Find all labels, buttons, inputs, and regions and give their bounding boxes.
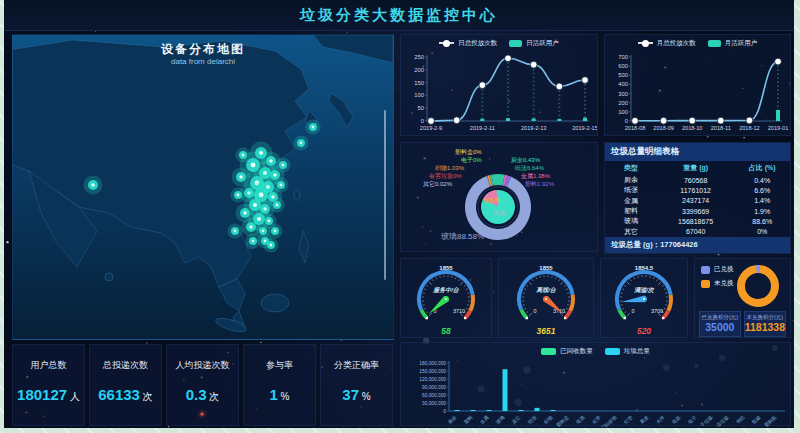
kpi-value: 180127 人	[13, 386, 84, 404]
svg-text:厨余: 厨余	[446, 415, 458, 427]
waste-detail-table-panel: 垃圾总量明细表格 类型重量 (g)占比 (%) 厨余7605680.4%纸张11…	[604, 142, 791, 254]
svg-text:瓶罐: 瓶罐	[750, 414, 762, 426]
gauge-overflow-canvas: 1854.5满溢/次03709520	[601, 259, 687, 337]
svg-text:电子: 电子	[687, 415, 698, 426]
svg-text:金属类: 金属类	[482, 197, 500, 204]
map-scrollbar[interactable]	[384, 110, 386, 280]
svg-text:0: 0	[421, 118, 424, 124]
table-cell: 760568	[657, 177, 735, 184]
table-row: 玻璃15681867588.6%	[605, 216, 790, 226]
svg-text:玻璃: 玻璃	[493, 209, 505, 216]
gauge-in-service-canvas: 1855服务中/台0371058	[401, 259, 491, 337]
table-cell: 玻璃	[605, 216, 657, 226]
svg-text:纸张: 纸张	[527, 415, 538, 426]
pie-label-塑料: 塑料1.92%	[525, 180, 554, 189]
svg-text:250: 250	[414, 54, 424, 60]
svg-text:2018-09: 2018-09	[653, 125, 674, 131]
table-header-cell: 重量 (g)	[657, 163, 735, 173]
svg-text:织物: 织物	[542, 414, 554, 426]
svg-text:1854.5: 1854.5	[635, 265, 654, 271]
daily-legend-item-0[interactable]: 日总投放次数	[439, 39, 497, 48]
points-exchange-panel: 已兑换未兑换 已兑换积分(元)35000未兑换积分(元)1181338	[694, 258, 791, 338]
swatch-icon	[605, 348, 620, 355]
svg-text:150: 150	[414, 80, 424, 86]
bar-legend-item-0[interactable]: 已回收数量	[541, 347, 593, 356]
svg-text:满溢/次: 满溢/次	[633, 286, 655, 294]
svg-text:3651: 3651	[537, 326, 556, 336]
gauge-offline-canvas: 1855离线/台037103651	[499, 259, 593, 337]
exchange-legend-item-0[interactable]: 已兑换	[701, 265, 734, 274]
map-subtitle: data from delarchi	[13, 57, 393, 66]
table-row: 金属24371741.4%	[605, 196, 790, 206]
svg-text:30,000,000: 30,000,000	[422, 401, 446, 406]
svg-text:1855: 1855	[439, 265, 453, 271]
svg-text:大件: 大件	[655, 415, 666, 425]
bar-玻璃	[503, 369, 508, 411]
svg-text:湿垃圾: 湿垃圾	[714, 414, 730, 427]
legend-label: 月活跃用户	[725, 39, 758, 48]
table-cell: 1.4%	[734, 197, 790, 204]
svg-text:120,000,000: 120,000,000	[419, 377, 446, 382]
svg-text:玻璃: 玻璃	[494, 414, 505, 425]
svg-text:100: 100	[414, 92, 424, 98]
legend-label: 已回收数量	[560, 347, 593, 356]
svg-text:50: 50	[418, 105, 424, 111]
table-cell: 2437174	[657, 197, 735, 204]
kpi-label: 参与率	[244, 359, 315, 372]
daily-legend-item-1[interactable]: 日活跃用户	[509, 39, 559, 48]
kpi-card-0: 用户总数180127 人	[12, 344, 85, 426]
table-cell: 3399669	[657, 208, 735, 215]
kpi-value: 66133 次	[90, 386, 161, 404]
svg-text:干垃圾: 干垃圾	[699, 414, 714, 427]
kpi-label: 分类正确率	[321, 359, 392, 372]
svg-text:2018-10: 2018-10	[682, 125, 703, 131]
table-row: 塑料33996691.9%	[605, 206, 790, 216]
exchange-legend-item-1[interactable]: 未兑换	[701, 279, 734, 288]
device-cluster-dot	[305, 119, 320, 134]
svg-text:化学: 化学	[591, 415, 602, 426]
device-cluster-dot	[232, 168, 251, 187]
table-row: 厨余7605680.4%	[605, 175, 790, 185]
svg-text:书纸: 书纸	[735, 415, 746, 425]
exchange-stat-label: 未兑换积分(元)	[745, 314, 785, 321]
kpi-card-2: 人均投递次数0.3 次✦	[166, 344, 239, 426]
gauge-in-service-panel: 1855服务中/台0371058	[400, 258, 492, 338]
svg-text:150,000,000: 150,000,000	[419, 369, 446, 374]
svg-text:塑料瓶: 塑料瓶	[763, 414, 779, 427]
svg-text:2019-2-11: 2019-2-11	[470, 125, 495, 131]
table-row: 纸张117610126.6%	[605, 185, 790, 195]
sparkle-decoration: ✦	[199, 410, 206, 419]
monthly-legend-item-0[interactable]: 月总投放次数	[638, 39, 696, 48]
svg-text:电池: 电池	[575, 415, 586, 426]
kpi-label: 人均投递次数	[167, 359, 238, 372]
table-cell: 塑料	[605, 206, 657, 216]
bar-金属	[487, 410, 492, 411]
table-header-row: 类型重量 (g)占比 (%)	[605, 161, 790, 175]
device-cluster-dot	[267, 223, 282, 238]
bar-legend-item-1[interactable]: 垃圾总量	[605, 347, 650, 356]
svg-text:200: 200	[414, 67, 424, 73]
pie-label-其它: 其它0.02%	[423, 180, 452, 189]
legend-label: 未兑换	[714, 279, 734, 288]
monthly-legend-item-1[interactable]: 月活跃用户	[708, 39, 758, 48]
swatch-icon	[509, 40, 522, 47]
svg-text:90,000,000: 90,000,000	[422, 385, 446, 390]
svg-text:2019-2-15: 2019-2-15	[572, 125, 597, 131]
kpi-value: 37 %	[321, 386, 392, 403]
pie-label-电子: 电子0%	[461, 156, 482, 165]
kpi-card-3: 参与率1 %	[243, 344, 316, 426]
bar-厨余	[455, 410, 460, 411]
device-cluster-dot	[227, 223, 242, 238]
svg-text:100: 100	[618, 109, 628, 115]
svg-text:可回收物: 可回收物	[598, 414, 618, 427]
gauge-overflow-panel: 1854.5满溢/次03709520	[600, 258, 688, 338]
legend-label: 日活跃用户	[526, 39, 559, 48]
exchange-stat-label: 已兑换积分(元)	[700, 314, 740, 321]
bar-塑料	[471, 410, 476, 411]
kpi-card-1: 总投递次数66133 次	[89, 344, 162, 426]
exchange-stat-box: 已兑换积分(元)35000	[699, 311, 741, 337]
map-title: 设备分布地图	[13, 41, 393, 58]
svg-text:离线/台: 离线/台	[536, 286, 557, 293]
table-row: 其它670400%	[605, 227, 790, 237]
swatch-icon	[701, 266, 710, 274]
